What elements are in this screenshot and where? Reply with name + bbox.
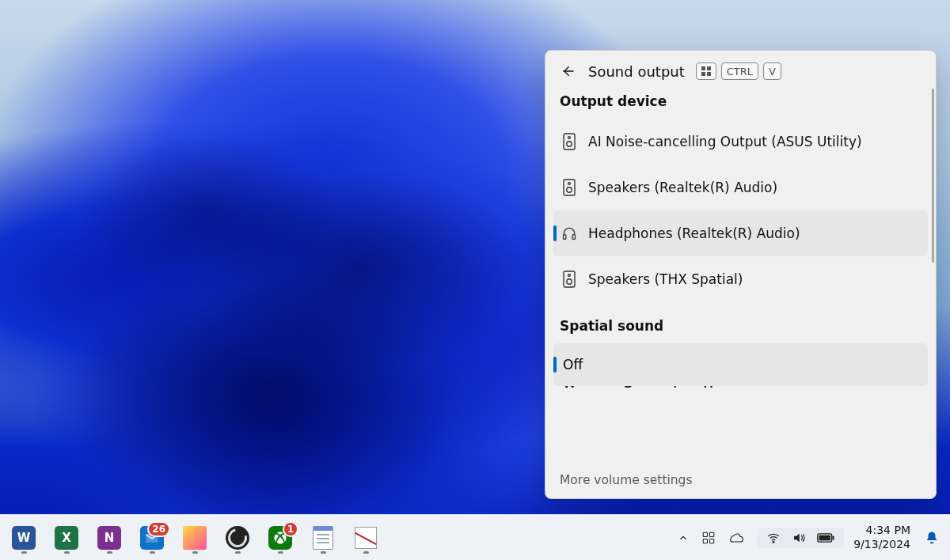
more-volume-settings-link[interactable]: More volume settings <box>545 461 936 498</box>
output-device-item[interactable]: AI Noise-cancelling Output (ASUS Utility… <box>553 119 928 165</box>
sticky-notes-icon <box>183 526 207 550</box>
arrow-left-icon <box>560 63 576 79</box>
speaker-icon <box>561 179 577 196</box>
taskbar-app-sticky-notes[interactable] <box>174 519 215 557</box>
svg-point-1 <box>568 137 571 139</box>
onedrive-icon[interactable] <box>728 532 744 543</box>
taskbar-app-xbox[interactable]: 1 <box>260 519 301 557</box>
outlook-icon: 26 <box>140 526 164 550</box>
svg-point-5 <box>567 187 572 192</box>
taskbar-app-snipping-tool[interactable] <box>345 519 386 557</box>
svg-rect-7 <box>572 235 575 240</box>
taskbar-app-word[interactable]: W <box>3 519 44 557</box>
headphones-icon <box>561 225 577 241</box>
taskbar-app-obs[interactable] <box>217 519 258 557</box>
spatial-sound-list: Off W S f H <box>553 343 928 410</box>
svg-rect-19 <box>819 535 830 540</box>
svg-point-9 <box>568 274 571 277</box>
taskbar-app-excel[interactable]: X <box>46 519 87 557</box>
taskbar: W X N 26 1 <box>0 514 950 560</box>
device-label: Headphones (Realtek(R) Audio) <box>588 225 800 241</box>
flyout-title: Sound output <box>588 63 685 80</box>
xbox-icon: 1 <box>268 526 292 550</box>
wifi-icon <box>766 531 781 545</box>
excel-icon: X <box>55 526 78 550</box>
battery-icon <box>817 532 834 543</box>
clock-date: 9/13/2024 <box>853 538 910 552</box>
snipping-tool-icon <box>355 527 377 549</box>
back-button[interactable] <box>558 62 577 81</box>
obs-icon <box>226 526 249 550</box>
svg-point-10 <box>567 279 572 284</box>
svg-rect-12 <box>703 532 707 536</box>
output-device-item[interactable]: Speakers (THX Spatial) <box>553 256 928 302</box>
clock-time: 4:34 PM <box>853 524 910 538</box>
taskbar-app-outlook[interactable]: 26 <box>131 519 173 557</box>
spatial-sound-item[interactable]: Off <box>553 343 928 386</box>
taskbar-system-tray: 4:34 PM 9/13/2024 <box>670 524 944 551</box>
flyout-header: Sound output CTRL V <box>545 51 936 89</box>
network-sound-battery-button[interactable] <box>757 528 844 548</box>
shortcut-key-win <box>696 62 716 80</box>
spatial-sound-heading: Spatial sound <box>553 302 928 343</box>
device-label: Speakers (Realtek(R) Audio) <box>588 180 777 195</box>
word-icon: W <box>12 526 36 550</box>
onenote-icon: N <box>97 526 121 550</box>
svg-rect-14 <box>703 539 707 543</box>
device-label: Speakers (THX Spatial) <box>588 271 743 287</box>
output-device-heading: Output device <box>553 89 928 119</box>
sound-output-flyout: Sound output CTRL V Output device AI Noi… <box>545 50 937 499</box>
xbox-badge: 1 <box>283 521 298 537</box>
tray-overflow-button[interactable] <box>678 532 689 543</box>
speaker-icon <box>561 133 577 150</box>
spatial-label: Off <box>563 357 583 373</box>
taskbar-app-onenote[interactable]: N <box>89 519 130 557</box>
svg-rect-18 <box>833 535 834 539</box>
spatial-sound-item[interactable]: W S f H <box>553 386 928 410</box>
svg-rect-6 <box>564 235 566 240</box>
shortcut-key-ctrl: CTRL <box>721 62 758 80</box>
svg-point-4 <box>568 183 571 185</box>
tray-app-icon[interactable] <box>701 531 716 545</box>
flyout-scrollbar[interactable] <box>932 89 934 263</box>
svg-point-2 <box>567 142 572 146</box>
volume-icon <box>792 531 806 545</box>
speaker-icon <box>561 271 577 288</box>
taskbar-app-notepad[interactable] <box>302 519 344 557</box>
spatial-label-partial: W S f H <box>563 386 754 391</box>
device-label: AI Noise-cancelling Output (ASUS Utility… <box>588 134 862 149</box>
svg-rect-13 <box>710 532 714 536</box>
taskbar-clock[interactable]: 4:34 PM 9/13/2024 <box>849 524 915 551</box>
output-device-list: AI Noise-cancelling Output (ASUS Utility… <box>553 119 928 302</box>
outlook-badge: 26 <box>147 521 170 537</box>
svg-rect-15 <box>710 539 714 543</box>
taskbar-pinned-apps: W X N 26 1 <box>3 519 386 557</box>
svg-point-16 <box>773 541 774 543</box>
output-device-item[interactable]: Headphones (Realtek(R) Audio) <box>553 210 928 256</box>
output-device-item[interactable]: Speakers (Realtek(R) Audio) <box>553 165 928 210</box>
notifications-button[interactable] <box>920 530 944 546</box>
notepad-icon <box>313 526 333 550</box>
shortcut-key-v: V <box>763 62 781 80</box>
